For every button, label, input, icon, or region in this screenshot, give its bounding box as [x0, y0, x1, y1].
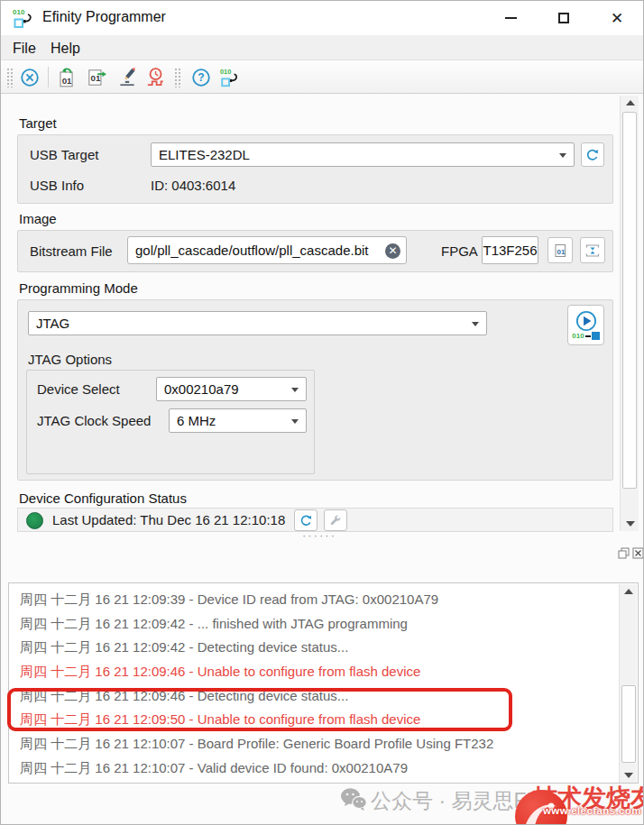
write-image-icon: 01 — [86, 67, 107, 88]
toolbar-grip[interactable] — [6, 68, 13, 87]
maximize-icon — [558, 13, 569, 23]
open-bitstream-button[interactable]: 01 — [547, 237, 573, 263]
status-green-indicator — [26, 512, 43, 529]
device-select-label: Device Select — [37, 381, 120, 397]
read-image-icon: 01 — [55, 67, 77, 88]
jtag-clock-speed-label: JTAG Clock Speed — [37, 413, 151, 428]
wrench-icon — [329, 514, 342, 527]
scroll-up-icon[interactable] — [620, 584, 638, 599]
programming-mode-section-title: Programming Mode — [19, 280, 138, 296]
fpga-label: FPGA — [441, 243, 478, 259]
chevron-down-icon — [291, 388, 299, 392]
debugger-icon: 010 — [219, 67, 241, 88]
clear-bitstream-icon[interactable]: ✕ — [385, 243, 400, 259]
plug-icon — [592, 332, 600, 340]
wechat-icon — [340, 787, 367, 811]
console-log[interactable]: 周四 十二月 16 21 12:09:39 - Device ID read f… — [10, 584, 619, 783]
programming-mode-dropdown[interactable]: JTAG — [28, 311, 487, 335]
scroll-down-icon[interactable] — [620, 768, 638, 783]
efinity-logo-icon: 010 — [12, 6, 35, 30]
svg-text:010: 010 — [219, 68, 230, 76]
window-title: Efinity Programmer — [42, 9, 166, 25]
splitter-handle[interactable]: ······ — [302, 528, 336, 542]
scroll-down-icon[interactable] — [621, 517, 639, 531]
toolbar-grip-2[interactable] — [174, 68, 180, 87]
chevron-down-icon — [559, 153, 566, 158]
log-line: 周四 十二月 16 21 12:10:07 - Board Profile: G… — [20, 732, 619, 756]
clock-settings-icon — [144, 67, 166, 88]
menu-help[interactable]: Help — [46, 39, 85, 59]
svg-text:?: ? — [198, 71, 204, 84]
close-icon: ✕ — [611, 11, 623, 26]
toolbar: 01 01 — [1, 60, 643, 94]
device-select-dropdown[interactable]: 0x00210a79 — [156, 377, 307, 401]
main-scrollbar-thumb[interactable] — [622, 112, 637, 489]
minimize-button[interactable] — [492, 1, 529, 35]
efinity-programmer-window: 010 Efinity Programmer ✕ File Help 01 — [0, 0, 644, 825]
usb-target-dropdown[interactable]: ELITES-232DL — [151, 142, 575, 167]
close-icon — [632, 547, 644, 559]
title-bar: 010 Efinity Programmer ✕ — [1, 1, 643, 35]
fpga-value-field: T13F256 — [482, 236, 538, 264]
log-line: 周四 十二月 16 21 12:09:42 - Detecting device… — [20, 636, 619, 660]
usb-target-label: USB Target — [30, 147, 98, 162]
plug-wire-icon — [585, 335, 591, 337]
usb-info-value: ID: 0403:6014 — [151, 178, 235, 193]
toolbar-separator — [48, 67, 49, 87]
last-updated-text: Last Updated: Thu Dec 16 21 12:10:18 — [52, 512, 285, 527]
maximize-button[interactable] — [545, 1, 583, 35]
bitstream-file-input[interactable]: gol/pll_cascade/outflow/pll_cascade.bit … — [127, 236, 407, 264]
clock-settings-button[interactable] — [143, 65, 167, 89]
start-caption: 010 — [572, 332, 584, 340]
bitstream-file-label: Bitstream File — [30, 243, 113, 259]
start-programming-button[interactable]: 010 — [567, 305, 604, 345]
close-button[interactable]: ✕ — [598, 1, 636, 35]
log-line: 周四 十二月 16 21 12:10:07 - Valid device ID … — [20, 756, 619, 781]
combine-bitstreams-icon — [584, 243, 601, 259]
refresh-icon — [299, 514, 313, 527]
console-close-button[interactable] — [631, 546, 644, 560]
console-panel: 周四 十二月 16 21 12:09:39 - Device ID read f… — [8, 582, 639, 784]
chevron-down-icon — [291, 419, 299, 424]
main-panel: Target USB Target ELITES-232DL USB Info … — [1, 95, 644, 536]
play-icon — [575, 310, 597, 332]
float-icon — [618, 547, 630, 559]
log-line: 周四 十二月 16 21 12:09:46 - Detecting device… — [20, 684, 619, 709]
scroll-up-icon[interactable] — [621, 96, 639, 110]
open-bitstream-icon: 01 — [552, 243, 568, 259]
jtag-options-title: JTAG Options — [28, 352, 112, 367]
jtag-clock-speed-dropdown[interactable]: 6 MHz — [169, 408, 307, 433]
log-line: 周四 十二月 16 21 12:09:46 - Unable to config… — [20, 660, 619, 684]
svg-text:01: 01 — [557, 247, 566, 255]
help-button[interactable]: ? — [189, 65, 213, 89]
console-scrollbar[interactable] — [619, 584, 637, 783]
edit-image-button[interactable] — [115, 65, 139, 89]
usb-info-label: USB Info — [30, 178, 84, 193]
cancel-button[interactable] — [17, 65, 41, 89]
cancel-icon — [20, 68, 40, 87]
log-line: 周四 十二月 16 21 12:09:39 - Device ID read f… — [20, 588, 619, 612]
watermark-url-text: www.elecfans.com — [543, 805, 641, 816]
log-line: 周四 十二月 16 21 12:10:07 - Board Profile: G… — [20, 781, 619, 784]
image-section-title: Image — [19, 211, 57, 226]
refresh-icon — [585, 148, 600, 162]
write-image-button[interactable]: 01 — [84, 65, 108, 89]
edit-image-icon — [116, 67, 138, 88]
target-section-title: Target — [19, 115, 57, 131]
log-line: 周四 十二月 16 21 12:09:42 - ... finished wit… — [20, 612, 619, 637]
debugger-button[interactable]: 010 — [217, 65, 242, 89]
svg-text:01: 01 — [61, 75, 71, 85]
console-scrollbar-thumb[interactable] — [621, 685, 636, 763]
minimize-icon — [505, 17, 517, 19]
console-float-button[interactable] — [617, 546, 630, 560]
main-scrollbar[interactable] — [620, 96, 639, 531]
svg-text:010: 010 — [13, 8, 25, 16]
combine-bitstreams-button[interactable] — [580, 237, 605, 263]
help-icon: ? — [191, 68, 211, 87]
menu-bar: File Help — [1, 35, 643, 60]
menu-file[interactable]: File — [8, 39, 41, 59]
refresh-usb-targets-button[interactable] — [581, 142, 604, 167]
read-image-button[interactable]: 01 — [53, 65, 78, 89]
chevron-down-icon — [472, 322, 479, 326]
log-line: 周四 十二月 16 21 12:09:50 - Unable to config… — [20, 708, 619, 732]
